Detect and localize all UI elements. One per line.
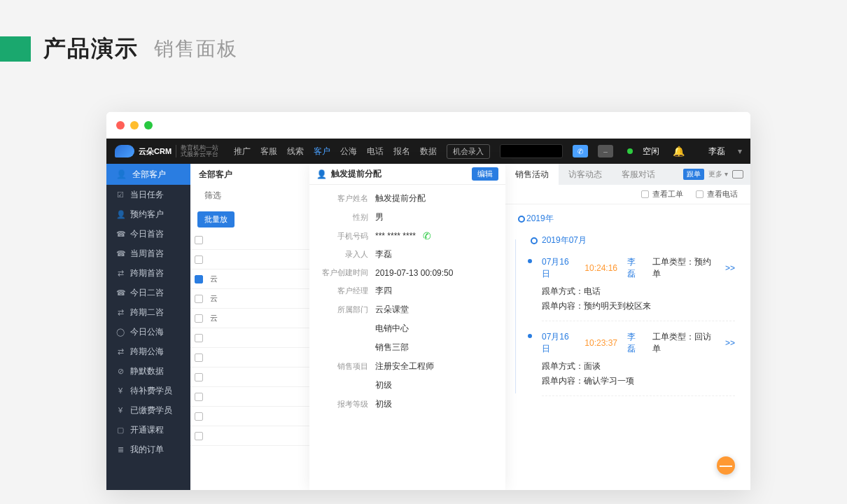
sidebar: 👤 全部客户 ☑当日任务👤预约客户☎今日首咨☎当周首咨⇄跨期首咨☎今日二咨⇄跨期… xyxy=(106,164,190,490)
sidebar-icon: ⇄ xyxy=(116,308,125,317)
customer-detail-panel: 👤 触发提前分配 编辑 客户姓名触发提前分配性别男手机号码*** **** **… xyxy=(309,164,505,490)
sidebar-item-2[interactable]: ☎今日首咨 xyxy=(106,224,190,244)
table-row[interactable]: 云 xyxy=(190,289,326,309)
minimize-icon[interactable] xyxy=(130,121,139,130)
nav-item-0[interactable]: 推广 xyxy=(234,146,251,158)
nav-item-7[interactable]: 数据 xyxy=(420,146,437,158)
followup-badge[interactable]: 跟单 xyxy=(683,169,704,180)
table-row[interactable] xyxy=(190,348,326,368)
activity-panel: 销售活动访客动态客服对话 跟单 更多 ▾ 查看工单查看电话 2019年 2019… xyxy=(505,164,750,490)
field-value: 2019-07-13 00:09:50 xyxy=(375,268,453,278)
nav-item-6[interactable]: 报名 xyxy=(393,146,410,158)
sidebar-header[interactable]: 👤 全部客户 xyxy=(106,164,190,185)
checkbox[interactable] xyxy=(641,190,649,198)
brand-logo[interactable]: 云朵CRM 教育机构一站 式服务云平台 xyxy=(115,145,218,158)
entry-time: 10:24:16 xyxy=(584,263,617,273)
sidebar-item-1[interactable]: 👤预约客户 xyxy=(106,204,190,224)
chevron-down-icon[interactable]: ▾ xyxy=(738,146,742,156)
expand-button[interactable]: >> xyxy=(725,263,735,273)
activity-tab-0[interactable]: 销售活动 xyxy=(505,164,559,185)
filter-check-0[interactable]: 查看工单 xyxy=(641,189,683,200)
list-filter[interactable]: 筛选 xyxy=(190,185,326,206)
table-row[interactable] xyxy=(190,387,326,407)
bulk-action-button[interactable]: 批量放 xyxy=(197,211,234,227)
sidebar-item-13[interactable]: ≣我的订单 xyxy=(106,440,190,459)
sidebar-item-11[interactable]: ¥已缴费学员 xyxy=(106,400,190,420)
activity-tab-1[interactable]: 访客动态 xyxy=(559,164,612,185)
table-row[interactable] xyxy=(190,426,326,446)
sidebar-item-3[interactable]: ☎当周首咨 xyxy=(106,244,190,263)
edit-button[interactable]: 编辑 xyxy=(472,167,498,181)
search-input[interactable] xyxy=(500,144,563,158)
sidebar-item-label: 待补费学员 xyxy=(130,385,172,397)
checkbox[interactable] xyxy=(696,190,704,198)
hangup-button[interactable]: ⏤ xyxy=(598,145,613,158)
accent-block xyxy=(0,36,31,62)
sidebar-item-6[interactable]: ⇄跨期二咨 xyxy=(106,302,190,322)
expand-button[interactable]: >> xyxy=(725,338,735,348)
sidebar-item-5[interactable]: ☎今日二咨 xyxy=(106,283,190,302)
select-all-checkbox[interactable] xyxy=(195,236,203,244)
maximize-icon[interactable] xyxy=(144,121,153,130)
sidebar-item-9[interactable]: ⊘静默数据 xyxy=(106,361,190,381)
method-label: 跟单方式： xyxy=(542,361,584,371)
field-label: 录入人 xyxy=(318,249,368,260)
field-label: 销售项目 xyxy=(318,361,368,372)
nav-item-2[interactable]: 线索 xyxy=(287,146,304,158)
detail-field: 初级 xyxy=(309,376,505,395)
close-icon[interactable] xyxy=(116,121,125,130)
row-checkbox[interactable] xyxy=(195,334,203,342)
sidebar-item-label: 已缴费学员 xyxy=(130,405,172,416)
sidebar-icon: ☎ xyxy=(116,288,125,298)
sidebar-item-8[interactable]: ⇄跨期公海 xyxy=(106,342,190,361)
sidebar-icon: ☑ xyxy=(116,190,125,200)
row-checkbox[interactable] xyxy=(195,432,203,440)
phone-icon[interactable]: ✆ xyxy=(423,230,431,241)
activity-tab-2[interactable]: 客服对话 xyxy=(612,164,665,185)
sidebar-item-label: 我的订单 xyxy=(130,444,164,456)
detail-field: 所属部门云朵课堂 xyxy=(309,300,505,319)
detail-field: 录入人李磊 xyxy=(309,245,505,264)
panel-layout-icon[interactable] xyxy=(732,170,743,178)
nav-item-3[interactable]: 客户 xyxy=(314,146,330,158)
main-area: 全部客户 筛选 批量放 云云云 👤 触发提前分配 编辑 客户姓名触发提前分配性别… xyxy=(190,164,750,490)
sidebar-item-4[interactable]: ⇄跨期首咨 xyxy=(106,263,190,283)
field-label: 客户创建时间 xyxy=(318,267,368,278)
sidebar-item-7[interactable]: ◯今日公海 xyxy=(106,322,190,342)
sidebar-item-12[interactable]: ▢开通课程 xyxy=(106,420,190,440)
table-row[interactable] xyxy=(190,407,326,426)
table-row[interactable] xyxy=(190,368,326,387)
table-row[interactable] xyxy=(190,250,326,270)
table-row[interactable] xyxy=(190,328,326,348)
call-button[interactable]: ✆ xyxy=(573,145,588,158)
check-label: 查看工单 xyxy=(652,189,683,200)
nav-item-4[interactable]: 公海 xyxy=(340,146,357,158)
row-checkbox[interactable] xyxy=(195,314,203,323)
row-checkbox[interactable] xyxy=(195,393,203,401)
filter-check-1[interactable]: 查看电话 xyxy=(696,189,738,200)
sidebar-item-10[interactable]: ¥待补费学员 xyxy=(106,381,190,400)
nav-item-1[interactable]: 客服 xyxy=(260,146,277,158)
field-value: 触发提前分配 xyxy=(375,192,426,204)
row-checkbox[interactable] xyxy=(195,255,203,264)
row-checkbox[interactable] xyxy=(195,373,203,382)
sidebar-icon: ⊘ xyxy=(116,367,125,376)
row-checkbox[interactable] xyxy=(195,354,203,362)
table-row[interactable]: 云 xyxy=(190,309,326,328)
row-checkbox[interactable] xyxy=(195,295,203,303)
sidebar-item-label: 今日公海 xyxy=(130,326,164,338)
row-checkbox[interactable] xyxy=(195,275,203,284)
user-name[interactable]: 李磊 xyxy=(708,146,725,158)
fab-button[interactable]: — xyxy=(717,456,735,475)
sidebar-item-0[interactable]: ☑当日任务 xyxy=(106,185,190,204)
table-row[interactable]: 云 xyxy=(190,270,326,289)
opportunity-button[interactable]: 机会录入 xyxy=(447,144,490,159)
row-checkbox[interactable] xyxy=(195,412,203,421)
bell-icon[interactable]: 🔔 xyxy=(673,146,685,157)
content-label: 跟单内容： xyxy=(542,301,584,311)
nav-item-5[interactable]: 电话 xyxy=(367,146,384,158)
sidebar-item-label: 跨期公海 xyxy=(130,346,164,358)
app-window: 云朵CRM 教育机构一站 式服务云平台 推广客服线索客户公海电话报名数据 机会录… xyxy=(106,112,750,490)
more-dropdown[interactable]: 更多 ▾ xyxy=(708,169,728,179)
activity-tabs: 销售活动访客动态客服对话 跟单 更多 ▾ xyxy=(505,164,750,185)
